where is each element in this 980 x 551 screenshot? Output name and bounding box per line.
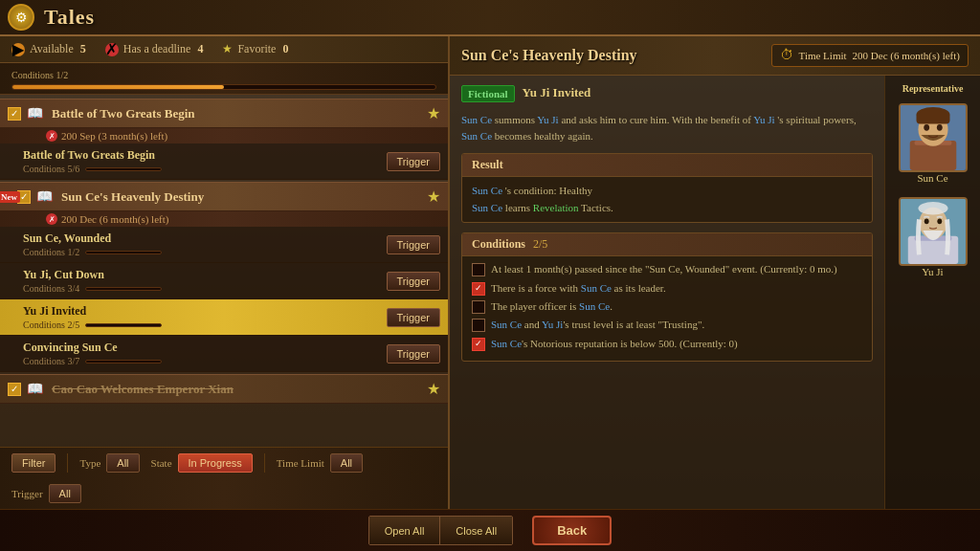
svg-rect-5 bbox=[916, 113, 949, 124]
filter-group-type: Type All bbox=[79, 453, 139, 473]
fictional-badge: Fictional bbox=[461, 85, 515, 102]
tale-item-sunwounded[interactable]: Sun Ce, Wounded Conditions 1/2 Trigger bbox=[0, 227, 448, 263]
svg-point-7 bbox=[936, 124, 942, 131]
time-limit-badge: ⏱ Time Limit 200 Dec (6 month(s) left) bbox=[771, 44, 969, 67]
close-all-button[interactable]: Close All bbox=[440, 517, 512, 544]
filter-group-trigger: Trigger All bbox=[11, 484, 81, 503]
top-progress-track bbox=[11, 84, 436, 90]
result-line-2: Sun Ce learns Revelation Tactics. bbox=[472, 200, 862, 217]
svg-point-14 bbox=[937, 218, 942, 224]
tale-group-sun: New ✓ 📖 Sun Ce's Heavenly Destiny ★ ✗ 20… bbox=[0, 182, 448, 372]
tale-title-caocao: Cao Cao Welcomes Emperor Xian bbox=[52, 382, 419, 397]
desc-sunce-2: Sun Ce bbox=[461, 130, 492, 142]
stat-favorite: ★ Favorite 0 bbox=[222, 42, 288, 56]
filter-divider-2 bbox=[264, 453, 265, 473]
time-limit-label: Time Limit bbox=[799, 50, 847, 61]
cond-progress-yuji-invited bbox=[85, 323, 162, 327]
open-all-button[interactable]: Open All bbox=[369, 517, 441, 544]
sunce-avatar bbox=[899, 103, 968, 172]
desc-yuji-2: Yu Ji bbox=[753, 114, 774, 125]
detail-header: Sun Ce's Heavenly Destiny ⏱ Time Limit 2… bbox=[450, 36, 980, 76]
stat-deadline: ✗ Has a deadline 4 bbox=[105, 42, 204, 56]
cond-progress-sunwounded bbox=[85, 251, 162, 254]
condition-2: There is a force with Sun Ce as its lead… bbox=[472, 281, 862, 296]
tale-header-sun[interactable]: New ✓ 📖 Sun Ce's Heavenly Destiny ★ bbox=[0, 182, 448, 211]
condition-3: The player officer is Sun Ce. bbox=[472, 299, 862, 314]
svg-point-12 bbox=[918, 202, 947, 215]
trigger-btn-battle[interactable]: Trigger bbox=[387, 152, 440, 171]
filter-bar: Filter Type All State In Progress Time L… bbox=[0, 447, 448, 509]
tales-list[interactable]: ✓ 📖 Battle of Two Greats Begin ★ ✗ 200 S… bbox=[0, 95, 448, 447]
time-limit-value: 200 Dec (6 month(s) left) bbox=[853, 50, 960, 61]
svg-point-6 bbox=[924, 124, 929, 131]
cond-check-4 bbox=[472, 319, 485, 332]
svg-point-13 bbox=[924, 218, 928, 224]
conditions-body: At least 1 month(s) passed since the "Su… bbox=[462, 256, 872, 361]
desc-yuji-1: Yu Ji bbox=[537, 114, 558, 125]
deadline-icon-sun: ✗ bbox=[46, 213, 57, 225]
tale-item-yuji-cut[interactable]: Yu Ji, Cut Down Conditions 3/4 Trigger bbox=[0, 263, 448, 299]
trigger-btn-yuji-invited[interactable]: Trigger bbox=[387, 308, 440, 327]
cond-check-5 bbox=[472, 338, 485, 351]
cond-progress-yuji-cut bbox=[85, 287, 162, 291]
filter-group-state: State In Progress bbox=[151, 453, 253, 473]
tale-group-caocao: ✓ 📖 Cao Cao Welcomes Emperor Xian ★ bbox=[0, 374, 448, 404]
filter-state-value[interactable]: In Progress bbox=[178, 453, 253, 473]
tale-header-battle[interactable]: ✓ 📖 Battle of Two Greats Begin ★ bbox=[0, 99, 448, 128]
star-icon-sun[interactable]: ★ bbox=[427, 187, 440, 206]
desc-sunce-1: Sun Ce bbox=[461, 114, 492, 125]
representative-panel: Representative bbox=[884, 76, 980, 509]
tale-group-battle: ✓ 📖 Battle of Two Greats Begin ★ ✗ 200 S… bbox=[0, 99, 448, 180]
trigger-btn-sunwounded[interactable]: Trigger bbox=[387, 235, 440, 254]
top-conditions-bar: Conditions 1/2 bbox=[0, 63, 448, 95]
stats-bar: ▶ Available 5 ✗ Has a deadline 4 ★ Favor… bbox=[0, 36, 448, 63]
conditions-header: Conditions 2/5 bbox=[462, 233, 872, 256]
deadline-icon: ✗ bbox=[105, 43, 119, 56]
trigger-btn-yuji-cut[interactable]: Trigger bbox=[387, 272, 440, 291]
stat-available: ▶ Available 5 bbox=[11, 42, 86, 56]
cond-check-2 bbox=[472, 282, 485, 296]
detail-main: Fictional Yu Ji Invited Sun Ce summons Y… bbox=[450, 76, 884, 509]
rep-avatar-sunce: Sun Ce bbox=[899, 103, 968, 184]
book-icon-sun: 📖 bbox=[36, 188, 54, 206]
filter-trigger-value[interactable]: All bbox=[49, 484, 81, 503]
star-icon: ★ bbox=[222, 42, 233, 56]
right-panel: Sun Ce's Heavenly Destiny ⏱ Time Limit 2… bbox=[450, 36, 980, 509]
result-line-1: Sun Ce 's condition: Healthy bbox=[472, 183, 862, 200]
tale-item-convincing[interactable]: Convincing Sun Ce Conditions 3/7 Trigger bbox=[0, 336, 448, 372]
conditions-box: Conditions 2/5 At least 1 month(s) passe… bbox=[461, 232, 873, 362]
star-icon-battle[interactable]: ★ bbox=[427, 104, 440, 122]
tale-title-battle: Battle of Two Greats Begin bbox=[52, 106, 419, 121]
filter-type-value[interactable]: All bbox=[106, 453, 139, 473]
tale-checkbox-battle[interactable]: ✓ bbox=[8, 107, 21, 121]
condition-5: Sun Ce's Notorious reputation is below 5… bbox=[472, 337, 862, 351]
cond-progress-convincing bbox=[85, 360, 162, 364]
trigger-btn-convincing[interactable]: Trigger bbox=[387, 344, 440, 364]
condition-1: At least 1 month(s) passed since the "Su… bbox=[472, 262, 862, 276]
filter-timelimit-value[interactable]: All bbox=[330, 453, 363, 473]
tale-header-caocao[interactable]: ✓ 📖 Cao Cao Welcomes Emperor Xian ★ bbox=[0, 374, 448, 404]
new-badge-sun: New bbox=[0, 191, 20, 203]
clock-icon: ⏱ bbox=[780, 48, 793, 63]
star-icon-caocao[interactable]: ★ bbox=[427, 380, 440, 398]
top-progress-fill bbox=[12, 85, 224, 89]
deadline-icon-battle: ✗ bbox=[46, 130, 57, 142]
filter-button[interactable]: Filter bbox=[11, 453, 56, 473]
yuji-avatar bbox=[899, 197, 968, 266]
tale-item-battle-sub[interactable]: Battle of Two Greats Begin Conditions 5/… bbox=[0, 143, 448, 180]
title-icon: ⚙ bbox=[8, 4, 34, 31]
tale-title-sun: Sun Ce's Heavenly Destiny bbox=[61, 189, 419, 205]
result-body: Sun Ce 's condition: Healthy Sun Ce lear… bbox=[462, 177, 872, 222]
tale-item-yuji-invited[interactable]: Yu Ji Invited Conditions 2/5 Trigger bbox=[0, 299, 448, 336]
condition-4: Sun Ce and Yu Ji's trust level is at lea… bbox=[472, 318, 862, 332]
event-subtitle: Yu Ji Invited bbox=[523, 85, 591, 101]
book-icon-caocao: 📖 bbox=[27, 381, 44, 398]
filter-divider-1 bbox=[67, 453, 68, 473]
result-box: Result Sun Ce 's condition: Healthy Sun … bbox=[461, 153, 873, 223]
detail-title: Sun Ce's Heavenly Destiny bbox=[461, 47, 637, 64]
content-area: ▶ Available 5 ✗ Has a deadline 4 ★ Favor… bbox=[0, 36, 980, 509]
tale-checkbox-caocao[interactable]: ✓ bbox=[8, 383, 21, 396]
book-icon-battle: 📖 bbox=[27, 105, 44, 122]
cond-check-3 bbox=[472, 300, 485, 314]
back-button[interactable]: Back bbox=[532, 516, 612, 545]
